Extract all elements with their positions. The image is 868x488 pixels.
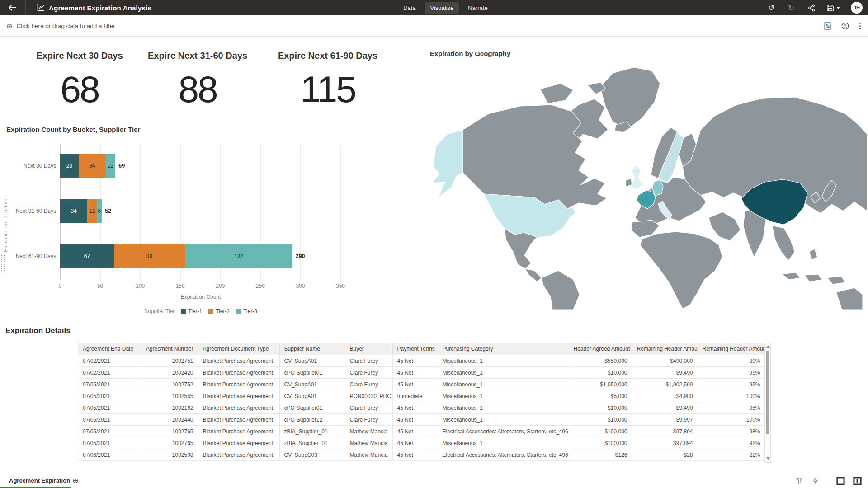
add-canvas-icon[interactable]: ⊕ bbox=[72, 474, 78, 487]
column-header[interactable]: Buyer bbox=[345, 343, 392, 355]
column-header[interactable]: Supplier Name bbox=[279, 343, 345, 355]
tab-visualize[interactable]: Visualize bbox=[425, 2, 459, 14]
pane-resize-handle[interactable] bbox=[1, 255, 5, 272]
kpi-tile[interactable]: Expire Next 61-90 Days115 bbox=[253, 51, 402, 108]
table-cell: $1,050,000 bbox=[569, 379, 632, 390]
user-avatar[interactable]: JH bbox=[851, 2, 863, 14]
kpi-title: Expire Next 31-60 Days bbox=[134, 51, 261, 61]
table-cell: 95% bbox=[698, 379, 765, 390]
workbook-title: Agreement Expiration Analysis bbox=[49, 0, 151, 15]
table-row[interactable]: 07/05/20211002765Blanket Purchase Agreem… bbox=[78, 437, 765, 449]
x-tick-label: 100 bbox=[136, 283, 145, 289]
table-cell: Electrical Accessories: Alternators, Sta… bbox=[438, 426, 569, 437]
bar-segment-tier-3[interactable]: 134 bbox=[185, 244, 292, 268]
bar-segment-tier-2[interactable]: 34 bbox=[79, 154, 106, 178]
canvas-tab-agreement-expiration[interactable]: Agreement Expiration bbox=[0, 474, 79, 487]
table-cell: 45 Net bbox=[392, 402, 438, 414]
scrollbar-thumb[interactable] bbox=[766, 351, 769, 434]
table-cell: Mathew Mancia bbox=[345, 449, 392, 461]
column-header[interactable]: Purchasing Category bbox=[438, 343, 569, 355]
redo-icon[interactable]: ↻ bbox=[787, 3, 796, 12]
table-row[interactable]: 07/05/20211002765Blanket Purchase Agreem… bbox=[78, 426, 765, 437]
topbar-actions: ↺ ↻ JH bbox=[767, 0, 863, 15]
bar-segment-tier-3[interactable]: 6 bbox=[97, 199, 102, 223]
table-cell: 95% bbox=[698, 367, 765, 379]
column-header[interactable]: Header Agreed Amount bbox=[569, 343, 632, 355]
bar-segment-tier-1[interactable]: 67 bbox=[60, 244, 114, 268]
column-header[interactable]: Agreement Number bbox=[137, 343, 198, 355]
column-header[interactable]: Agreement Document Type bbox=[198, 343, 279, 355]
legend-swatch bbox=[208, 309, 213, 314]
legend-item-tier-3[interactable]: Tier-3 bbox=[236, 308, 257, 314]
table-cell: Blanket Purchase Agreement bbox=[198, 367, 279, 379]
table-cell: Mathew Mancia bbox=[345, 426, 392, 437]
table-row[interactable]: 07/05/20211002440Blanket Purchase Agreem… bbox=[78, 414, 765, 426]
kpi-tile[interactable]: Expire Next 31-60 Days88 bbox=[134, 51, 261, 108]
column-header[interactable]: Remaining Header Amount bbox=[632, 343, 698, 355]
table-row[interactable]: 07/05/20211002555Blanket Purchase Agreem… bbox=[78, 390, 765, 402]
table-row[interactable]: 07/05/20211002752Blanket Purchase Agreem… bbox=[78, 379, 765, 390]
legend-item-tier-1[interactable]: Tier-1 bbox=[181, 308, 202, 314]
table-cell: Blanket Purchase Agreement bbox=[198, 355, 279, 367]
table-cell: 07/05/2021 bbox=[78, 402, 137, 414]
table-cell: Mathew Mancia bbox=[345, 437, 392, 449]
world-map[interactable] bbox=[429, 62, 868, 310]
scroll-down-icon[interactable] bbox=[766, 457, 770, 460]
bar-segment-tier-1[interactable]: 34 bbox=[60, 199, 87, 223]
table-cell: Miscellaneous_1 bbox=[438, 379, 569, 390]
table-cell: 89% bbox=[698, 355, 765, 367]
bar-segment-tier-1[interactable]: 23 bbox=[60, 154, 79, 178]
bar-chart-legend: Supplier Tier Tier-1Tier-2Tier-3 bbox=[60, 308, 341, 314]
column-header[interactable]: Agreement End Date bbox=[78, 343, 137, 355]
auto-apply-data-icon[interactable] bbox=[811, 477, 820, 485]
share-icon[interactable] bbox=[807, 3, 816, 12]
table-cell: cPO-Supplier01 bbox=[279, 402, 345, 414]
column-header[interactable]: Remaining Header Amount bbox=[698, 343, 765, 355]
filter-more-options-icon[interactable] bbox=[859, 22, 862, 30]
table-cell: 1002420 bbox=[137, 367, 198, 379]
bar-segment-tier-3[interactable]: 12 bbox=[106, 154, 115, 178]
map-region-southeast-asia bbox=[772, 225, 795, 261]
table-row[interactable]: 07/02/20211002751Blanket Purchase Agreem… bbox=[78, 355, 765, 367]
x-tick-label: 50 bbox=[97, 283, 103, 289]
bar-chart-pane: Expiration Count by Bucket, Supplier Tie… bbox=[0, 126, 353, 324]
undo-icon[interactable]: ↺ bbox=[767, 3, 776, 12]
toggle-data-panel-icon[interactable] bbox=[853, 477, 862, 485]
table-cell: Blanket Purchase Agreement bbox=[198, 390, 279, 402]
table-cell: 07/05/2021 bbox=[78, 379, 137, 390]
table-scrollbar[interactable] bbox=[764, 343, 771, 463]
table-cell: CV_SuppA01 bbox=[279, 355, 345, 367]
table-cell: 45 Net bbox=[392, 426, 438, 437]
table-cell: $5,000 bbox=[569, 390, 632, 402]
table-cell: $9,490 bbox=[632, 402, 698, 414]
save-button[interactable] bbox=[826, 4, 840, 12]
table-cell: $100,000 bbox=[569, 437, 632, 449]
map-region-central-america bbox=[525, 269, 542, 282]
table-row[interactable]: 07/05/20211002162Blanket Purchase Agreem… bbox=[78, 402, 765, 414]
legend-item-tier-2[interactable]: Tier-2 bbox=[208, 308, 230, 314]
map-region-indonesia bbox=[805, 274, 822, 282]
back-button[interactable] bbox=[5, 0, 21, 15]
bar-segment-tier-2[interactable]: 89 bbox=[114, 244, 185, 268]
table-cell: CV_SuppA01 bbox=[279, 379, 345, 390]
table-cell: 1002162 bbox=[137, 402, 198, 414]
view-tabs: DataVisualizeNarrate bbox=[398, 0, 493, 15]
tab-data[interactable]: Data bbox=[398, 2, 421, 14]
scroll-up-icon[interactable] bbox=[766, 345, 770, 348]
table-row[interactable]: 07/02/20211002420Blanket Purchase Agreem… bbox=[78, 367, 765, 379]
bar-row: Next 30 Days23341269 bbox=[4, 154, 340, 178]
kpi-tile[interactable]: Expire Next 30 Days68 bbox=[12, 51, 147, 108]
map-region-alaska bbox=[432, 130, 463, 197]
kpi-title: Expire Next 30 Days bbox=[12, 51, 147, 61]
add-filter-prompt[interactable]: ⊕ Click here or drag data to add a filte… bbox=[6, 15, 115, 36]
toggle-grammar-panel-icon[interactable] bbox=[836, 477, 845, 485]
bar-segment-tier-2[interactable]: 12 bbox=[87, 199, 97, 223]
touch-highlight-icon[interactable] bbox=[795, 477, 803, 485]
tab-narrate[interactable]: Narrate bbox=[462, 2, 493, 14]
table-row[interactable]: 07/06/20211002598Blanket Purchase Agreem… bbox=[78, 449, 765, 461]
pinned-filters-icon[interactable] bbox=[841, 22, 849, 30]
footer-divider bbox=[828, 476, 828, 485]
filter-settings-icon[interactable] bbox=[823, 22, 832, 30]
table-cell: Blanket Purchase Agreement bbox=[198, 414, 279, 426]
column-header[interactable]: Payment Terms bbox=[392, 343, 438, 355]
